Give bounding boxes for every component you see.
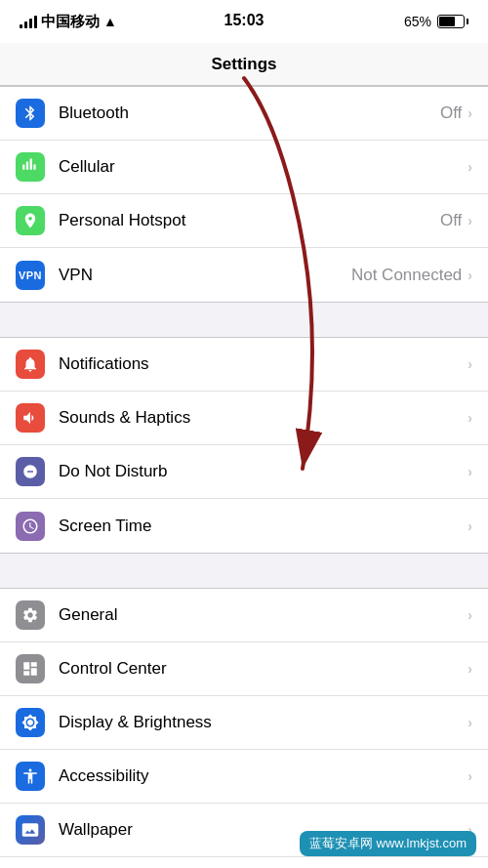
general-chevron-icon: › [468,607,472,623]
sounds-label: Sounds & Haptics [59,408,462,428]
siri-row[interactable]: Siri & Search › [0,857,488,868]
cellular-chevron-icon: › [468,159,472,175]
cellular-icon [16,152,45,182]
vpn-value: Not Connected [351,266,462,285]
hotspot-chevron-icon: › [468,213,472,228]
accessibility-chevron-icon: › [468,768,472,784]
bluetooth-row[interactable]: Bluetooth Off › [0,87,488,141]
nav-bar: Settings [0,43,488,86]
hotspot-label: Personal Hotspot [59,211,440,230]
screentime-row[interactable]: Screen Time › [0,499,488,553]
controlcenter-chevron-icon: › [468,661,472,677]
hotspot-row[interactable]: Personal Hotspot Off › [0,194,488,248]
vpn-row[interactable]: VPN VPN Not Connected › [0,248,488,302]
notifications-section: Notifications › Sounds & Haptics › Do No… [0,337,488,554]
sounds-chevron-icon: › [468,410,472,426]
carrier-name: 中国移动 [41,13,100,31]
accessibility-icon [16,762,45,791]
page-title: Settings [211,55,276,74]
vpn-icon: VPN [16,261,45,290]
watermark: 蓝莓安卓网 www.lmkjst.com [300,831,476,856]
bluetooth-icon [16,99,45,128]
notifications-row[interactable]: Notifications › [0,338,488,392]
general-row[interactable]: General › [0,589,488,642]
sounds-row[interactable]: Sounds & Haptics › [0,392,488,445]
status-indicators: 65% [404,14,468,29]
wifi-icon: ▲ [103,14,117,29]
signal-icon [20,15,37,28]
battery-icon [437,15,468,28]
status-time: 15:03 [224,12,264,29]
display-label: Display & Brightness [59,713,462,732]
notifications-label: Notifications [59,354,462,374]
vpn-label: VPN [59,266,351,285]
general-icon [16,600,45,630]
notifications-chevron-icon: › [468,356,472,372]
carrier-signal: 中国移动 ▲ [20,13,117,31]
bluetooth-value: Off [440,103,462,123]
battery-percent: 65% [404,14,431,29]
controlcenter-icon [16,654,45,683]
watermark-text: 蓝莓安卓网 www.lmkjst.com [309,836,467,850]
section-gap-2 [0,554,488,588]
bluetooth-chevron-icon: › [468,105,472,121]
connectivity-section: Bluetooth Off › Cellular › Personal Hots… [0,86,488,303]
display-row[interactable]: Display & Brightness › [0,696,488,750]
donotdisturb-chevron-icon: › [468,464,472,479]
vpn-chevron-icon: › [468,268,472,283]
display-icon [16,708,45,737]
hotspot-icon [16,206,45,235]
donotdisturb-row[interactable]: Do Not Disturb › [0,445,488,499]
accessibility-row[interactable]: Accessibility › [0,750,488,804]
screentime-label: Screen Time [59,517,462,536]
bluetooth-label: Bluetooth [59,103,440,123]
controlcenter-label: Control Center [59,659,462,679]
screentime-chevron-icon: › [468,518,472,534]
hotspot-value: Off [440,211,462,230]
wallpaper-icon [16,815,45,845]
accessibility-label: Accessibility [59,766,462,786]
section-gap-1 [0,303,488,337]
screentime-icon [16,512,45,541]
sounds-icon [16,403,45,433]
notifications-icon [16,350,45,379]
general-label: General [59,605,462,625]
general-section: General › Control Center › Display & Bri… [0,588,488,868]
status-bar: 中国移动 ▲ 15:03 65% [0,0,488,43]
controlcenter-row[interactable]: Control Center › [0,642,488,696]
donotdisturb-icon [16,457,45,486]
display-chevron-icon: › [468,715,472,730]
cellular-row[interactable]: Cellular › [0,141,488,194]
donotdisturb-label: Do Not Disturb [59,462,462,481]
cellular-label: Cellular [59,157,462,177]
